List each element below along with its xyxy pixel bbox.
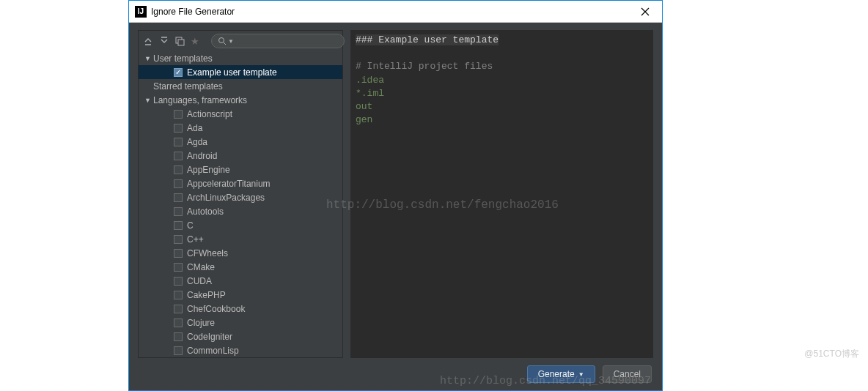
checkbox[interactable] (174, 179, 183, 188)
tree-item-label: ChefCookbook (187, 304, 245, 314)
tree-item-label: CodeIgniter (187, 332, 232, 342)
code-line: *.iml (356, 87, 648, 100)
checkbox[interactable] (174, 332, 183, 341)
svg-point-2 (219, 38, 224, 43)
tree-item-label: AppceleratorTitanium (187, 179, 271, 189)
tree-item[interactable]: C++ (139, 232, 342, 246)
checkbox[interactable] (174, 263, 183, 272)
code-line: gen (356, 113, 648, 127)
checkbox[interactable] (174, 152, 183, 160)
tree-item[interactable]: CakePHP (139, 288, 342, 302)
tree-item-label: Ada (187, 123, 202, 133)
chevron-down-icon: ▼ (228, 38, 234, 45)
tree-item[interactable]: Actionscript (139, 107, 342, 121)
tree-item[interactable]: Clojure (139, 316, 342, 329)
tree-item-label: Agda (187, 137, 207, 147)
corner-watermark: @51CTO博客 (804, 348, 859, 360)
code-line (356, 47, 648, 60)
tree-item-label: AppEngine (187, 165, 230, 175)
close-button[interactable] (634, 1, 656, 23)
checkbox[interactable] (174, 207, 183, 216)
checkbox[interactable]: ✓ (174, 68, 183, 77)
search-field[interactable] (237, 37, 338, 45)
tree-item-label: CUDA (187, 276, 212, 286)
checkbox[interactable] (174, 221, 183, 230)
checkbox[interactable] (174, 124, 183, 133)
dialog-window: IJ Ignore File Generator ★ ▼ (128, 0, 663, 391)
tree-group-label: User templates (153, 53, 213, 64)
tree-group-label: Languages, frameworks (153, 95, 247, 105)
code-line: # IntelliJ project files (356, 60, 648, 73)
tree-item-label: CFWheels (187, 248, 228, 258)
tree-group[interactable]: ▼Languages, frameworks (139, 93, 342, 107)
code-line: out (356, 100, 648, 113)
checkbox[interactable] (174, 277, 183, 286)
cancel-button[interactable]: Cancel (603, 365, 652, 383)
tree-item-label: Autotools (187, 206, 224, 217)
left-toolbar: ★ ▼ (139, 31, 342, 51)
copy-icon[interactable] (175, 35, 185, 47)
cancel-label: Cancel (614, 369, 641, 379)
checkbox[interactable] (174, 291, 183, 299)
tree-item-label: Actionscript (187, 109, 232, 119)
checkbox[interactable] (174, 110, 183, 119)
tree-item[interactable]: ArchLinuxPackages (139, 190, 342, 204)
tree-item[interactable]: Agda (139, 135, 342, 149)
tree-item-label: CakePHP (187, 290, 226, 300)
tree-item[interactable]: CFWheels (139, 246, 342, 260)
checkbox[interactable] (174, 165, 183, 174)
checkbox[interactable] (174, 305, 183, 313)
tree-item[interactable]: ✓Example user template (139, 65, 342, 79)
generate-label: Generate (538, 369, 575, 379)
search-icon (218, 37, 227, 45)
tree-group[interactable]: ▼User templates (139, 51, 342, 65)
template-tree[interactable]: ▼User templates✓Example user templateSta… (139, 51, 342, 357)
checkbox[interactable] (174, 235, 183, 244)
tree-item[interactable]: Ada (139, 121, 342, 135)
expand-all-icon[interactable] (143, 35, 153, 47)
tree-item-label: C (187, 220, 194, 231)
tree-item-label: ArchLinuxPackages (187, 193, 265, 203)
tree-item[interactable]: AppEngine (139, 163, 342, 176)
arrow-down-icon: ▼ (144, 97, 153, 104)
tree-item-label: CMake (187, 262, 215, 272)
code-line: ### Example user template (356, 34, 648, 47)
tree-item-label: Android (187, 151, 217, 161)
arrow-down-icon: ▼ (144, 55, 153, 62)
code-line: .idea (356, 74, 648, 87)
checkbox[interactable] (174, 346, 183, 355)
tree-item[interactable]: C (139, 218, 342, 232)
tree-group-label: Starred templates (153, 81, 223, 92)
tree-item[interactable]: Android (139, 149, 342, 163)
checkbox[interactable] (174, 193, 183, 202)
tree-item-label: Example user template (187, 67, 277, 78)
tree-item[interactable]: CommonLisp (139, 343, 342, 357)
tree-item[interactable]: AppceleratorTitanium (139, 176, 342, 190)
left-panel: ★ ▼ ▼User templates✓Example user templat… (138, 30, 343, 358)
app-icon: IJ (135, 6, 147, 18)
generate-button[interactable]: Generate ▼ (527, 365, 595, 383)
tree-item-label: C++ (187, 234, 204, 245)
dialog-body: ★ ▼ ▼User templates✓Example user templat… (129, 23, 662, 358)
window-title: Ignore File Generator (151, 7, 634, 17)
search-input[interactable]: ▼ (211, 34, 345, 48)
tree-item-label: Clojure (187, 318, 215, 328)
preview-panel: ### Example user template # IntelliJ pro… (350, 30, 653, 358)
titlebar: IJ Ignore File Generator (129, 1, 662, 23)
checkbox[interactable] (174, 319, 183, 327)
tree-item-label: CommonLisp (187, 346, 239, 356)
tree-item[interactable]: CMake (139, 260, 342, 274)
chevron-down-icon: ▼ (578, 371, 584, 378)
checkbox[interactable] (174, 138, 183, 146)
svg-rect-1 (178, 40, 184, 45)
tree-item[interactable]: CodeIgniter (139, 329, 342, 343)
tree-item[interactable]: ChefCookbook (139, 302, 342, 316)
tree-item[interactable]: CUDA (139, 274, 342, 288)
close-icon (641, 7, 650, 16)
dialog-footer: Generate ▼ Cancel (129, 358, 662, 390)
collapse-all-icon[interactable] (159, 35, 169, 47)
checkbox[interactable] (174, 249, 183, 258)
star-icon[interactable]: ★ (191, 35, 199, 47)
tree-group[interactable]: Starred templates (139, 79, 342, 93)
tree-item[interactable]: Autotools (139, 204, 342, 218)
